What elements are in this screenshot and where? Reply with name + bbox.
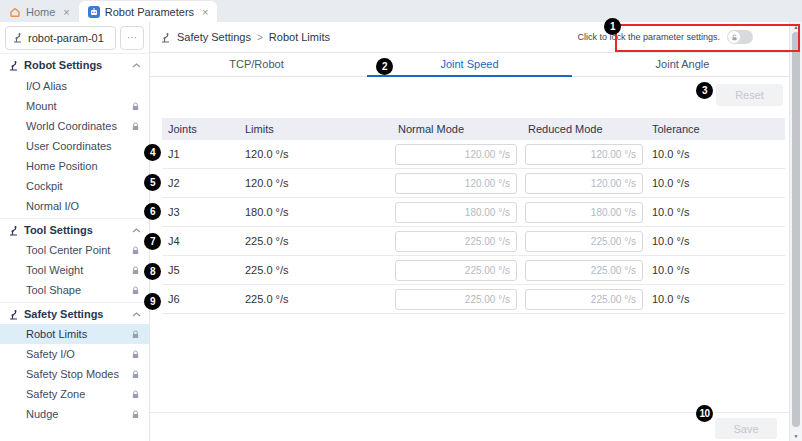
joint-speed-table: Joints Limits Normal Mode Reduced Mode T…: [162, 118, 785, 314]
annotation-10: 10: [696, 405, 713, 422]
header-tolerance: Tolerance: [647, 123, 785, 135]
tab-home[interactable]: Home ×: [0, 2, 79, 22]
sidebar-item-safety-zone[interactable]: Safety Zone: [0, 384, 149, 404]
limit-value: 180.0 °/s: [239, 206, 390, 218]
table-row-j5: J5 225.0 °/s 10.0 °/s: [162, 256, 785, 285]
robot-arm-icon: [12, 32, 23, 43]
lock-icon: [131, 370, 140, 379]
group-tool-settings[interactable]: Tool Settings: [0, 218, 149, 240]
table-row-j4: J4 225.0 °/s 10.0 °/s: [162, 227, 785, 256]
chevron-up-icon[interactable]: [132, 228, 141, 233]
lock-toggle[interactable]: [727, 30, 753, 44]
limit-value: 225.0 °/s: [239, 264, 390, 276]
lock-icon: [131, 246, 140, 255]
more-button[interactable]: ···: [120, 26, 144, 50]
joint-label: J3: [162, 206, 239, 218]
reduced-mode-input-j2[interactable]: [525, 173, 643, 194]
normal-mode-input-j2[interactable]: [395, 173, 517, 194]
robot-arm-icon: [8, 309, 19, 320]
group-safety-settings[interactable]: Safety Settings: [0, 302, 149, 324]
close-icon[interactable]: ×: [202, 6, 208, 18]
close-icon[interactable]: ×: [63, 6, 69, 18]
sidebar-item-tool-shape[interactable]: Tool Shape: [0, 280, 149, 300]
header-limits: Limits: [239, 123, 390, 135]
lock-icon: [131, 266, 140, 275]
robot-arm-icon: [8, 225, 19, 236]
sidebar-item-safety-io[interactable]: Safety I/O: [0, 344, 149, 364]
table-row-j1: J1 120.0 °/s 10.0 °/s: [162, 140, 785, 169]
param-name: robot-param-01: [28, 32, 104, 44]
sidebar-item-world-coordinates[interactable]: World Coordinates: [0, 116, 149, 136]
reduced-mode-input-j1[interactable]: [525, 144, 643, 165]
vertical-scrollbar[interactable]: ▲ ▼: [789, 22, 802, 441]
chevron-up-icon[interactable]: [132, 63, 141, 68]
joint-label: J5: [162, 264, 239, 276]
normal-mode-input-j1[interactable]: [395, 144, 517, 165]
tolerance-value: 10.0 °/s: [647, 293, 785, 305]
param-name-box[interactable]: robot-param-01: [5, 26, 116, 50]
annotation-2: 2: [376, 58, 393, 75]
annotation-7: 7: [144, 233, 161, 250]
sidebar-item-io-alias[interactable]: I/O Alias: [0, 76, 149, 96]
breadcrumb: Safety Settings > Robot Limits: [160, 31, 330, 43]
sidebar-item-nudge[interactable]: Nudge: [0, 404, 149, 424]
tab-home-label: Home: [26, 6, 55, 18]
joint-label: J2: [162, 177, 239, 189]
sidebar: robot-param-01 ··· Robot Settings I/O Al…: [0, 22, 150, 441]
sidebar-item-cockpit[interactable]: Cockpit: [0, 176, 149, 196]
robot-arm-icon: [8, 60, 19, 71]
tab-robot-parameters[interactable]: Robot Parameters ×: [79, 1, 218, 22]
sidebar-header: robot-param-01 ···: [0, 22, 149, 54]
joint-label: J1: [162, 148, 239, 160]
lock-icon: [131, 330, 140, 339]
sidebar-item-user-coordinates[interactable]: User Coordinates: [0, 136, 149, 156]
sidebar-item-tool-center-point[interactable]: Tool Center Point: [0, 240, 149, 260]
annotation-3: 3: [696, 82, 713, 99]
normal-mode-input-j5[interactable]: [395, 260, 517, 281]
lock-bar-text: Click to lock the parameter settings.: [577, 32, 720, 42]
header-normal-mode: Normal Mode: [390, 123, 521, 135]
reset-row: Reset: [150, 77, 789, 106]
breadcrumb-page: Robot Limits: [269, 31, 330, 43]
scroll-up-icon[interactable]: ▲: [790, 24, 802, 30]
reduced-mode-input-j4[interactable]: [525, 231, 643, 252]
home-icon: [9, 6, 21, 18]
breadcrumb-section[interactable]: Safety Settings: [177, 31, 251, 43]
table-header-row: Joints Limits Normal Mode Reduced Mode T…: [162, 118, 785, 140]
scrollbar-thumb[interactable]: [792, 32, 800, 427]
lock-icon: [131, 122, 140, 131]
joint-label: J4: [162, 235, 239, 247]
tab-robot-parameters-label: Robot Parameters: [105, 6, 194, 18]
annotation-5: 5: [144, 174, 161, 191]
group-robot-settings[interactable]: Robot Settings: [0, 54, 149, 76]
reset-button[interactable]: Reset: [716, 84, 783, 106]
lock-icon: [131, 410, 140, 419]
sidebar-item-normal-io[interactable]: Normal I/O: [0, 196, 149, 216]
sidebar-item-home-position[interactable]: Home Position: [0, 156, 149, 176]
sidebar-item-robot-limits[interactable]: Robot Limits: [0, 324, 149, 344]
sidebar-item-safety-stop-modes[interactable]: Safety Stop Modes: [0, 364, 149, 384]
tab-joint-angle[interactable]: Joint Angle: [576, 53, 789, 76]
reduced-mode-input-j6[interactable]: [525, 289, 643, 310]
reduced-mode-input-j5[interactable]: [525, 260, 643, 281]
annotation-1: 1: [604, 18, 621, 35]
normal-mode-input-j6[interactable]: [395, 289, 517, 310]
sidebar-item-mount[interactable]: Mount: [0, 96, 149, 116]
normal-mode-input-j3[interactable]: [395, 202, 517, 223]
save-button[interactable]: Save: [715, 418, 777, 439]
reduced-mode-input-j3[interactable]: [525, 202, 643, 223]
sidebar-item-tool-weight[interactable]: Tool Weight: [0, 260, 149, 280]
content-header: Safety Settings > Robot Limits Click to …: [150, 22, 789, 53]
tolerance-value: 10.0 °/s: [647, 206, 785, 218]
table-row-j2: J2 120.0 °/s 10.0 °/s: [162, 169, 785, 198]
limit-value: 120.0 °/s: [239, 148, 390, 160]
scroll-down-icon[interactable]: ▼: [790, 433, 802, 439]
normal-mode-input-j4[interactable]: [395, 231, 517, 252]
main-content: Safety Settings > Robot Limits Click to …: [150, 22, 789, 441]
tab-joint-speed[interactable]: Joint Speed: [363, 53, 576, 76]
tab-tcp-robot[interactable]: TCP/Robot: [150, 53, 363, 76]
chevron-up-icon[interactable]: [132, 312, 141, 317]
table-row-j6: J6 225.0 °/s 10.0 °/s: [162, 285, 785, 314]
lock-icon: [131, 286, 140, 295]
robot-icon: [88, 6, 100, 18]
